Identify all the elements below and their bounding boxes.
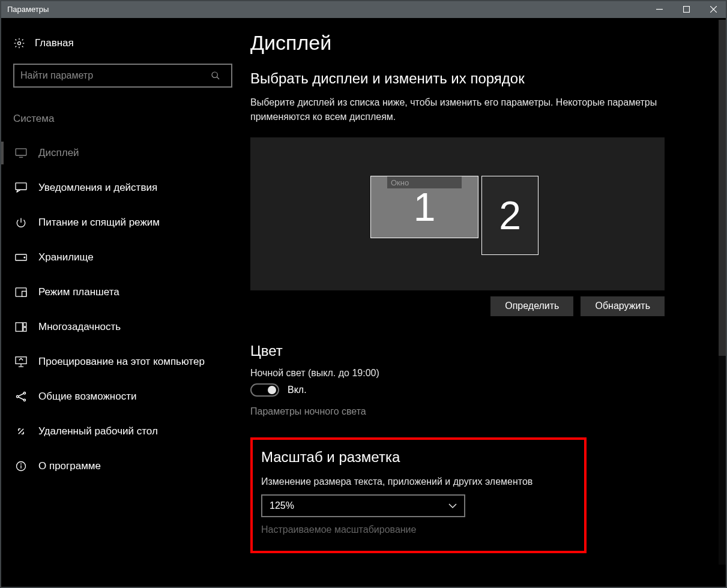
sidebar-item-label: Питание и спящий режим [38, 217, 160, 229]
scrollbar[interactable] [719, 20, 726, 565]
monitor-icon [14, 148, 28, 158]
scrollbar-thumb[interactable] [719, 20, 726, 356]
svg-line-22 [19, 397, 23, 400]
sidebar-item-share[interactable]: Общие возможности [13, 379, 232, 414]
scale-highlight: Масштаб и разметка Изменение размера тек… [250, 437, 587, 553]
nightlight-toggle[interactable] [250, 383, 279, 397]
svg-rect-16 [23, 328, 26, 331]
search-field[interactable] [20, 70, 211, 81]
sidebar-item-label: Режим планшета [38, 286, 119, 298]
scale-value: 125% [270, 500, 294, 511]
home-link[interactable]: Главная [13, 31, 232, 55]
chevron-down-icon [448, 503, 457, 509]
sidebar-item-label: О программе [38, 460, 101, 472]
svg-point-11 [24, 257, 25, 258]
gear-icon [13, 37, 25, 49]
page-title: Дисплей [250, 31, 702, 55]
search-icon [211, 71, 225, 80]
svg-point-18 [17, 395, 19, 397]
svg-rect-13 [22, 291, 26, 296]
nightlight-label: Ночной свет (выкл. до 19:00) [250, 368, 702, 379]
home-label: Главная [35, 37, 74, 49]
close-button[interactable] [700, 0, 727, 18]
select-displays-heading: Выбрать дисплеи и изменить их порядок [250, 70, 702, 87]
sidebar-item-project[interactable]: Проецирование на этот компьютер [13, 344, 232, 379]
sidebar-item-about[interactable]: О программе [13, 449, 232, 484]
nightlight-settings-link[interactable]: Параметры ночного света [250, 406, 702, 417]
display-1[interactable]: Окно 1 [370, 176, 478, 238]
custom-scaling-link[interactable]: Настраиваемое масштабирование [261, 524, 573, 535]
svg-rect-15 [23, 323, 26, 326]
maximize-button[interactable] [673, 0, 700, 18]
sidebar: Главная Система Дисплей Уведомления и де… [1, 18, 244, 587]
svg-point-25 [21, 464, 22, 464]
svg-rect-7 [16, 149, 26, 155]
search-input[interactable] [13, 64, 232, 88]
category-label: Система [13, 113, 232, 125]
detect-button[interactable]: Обнаружить [581, 296, 665, 316]
svg-point-5 [212, 72, 217, 77]
title-bar: Параметры [0, 0, 727, 18]
info-icon [14, 461, 28, 472]
power-icon [14, 217, 28, 228]
svg-point-19 [23, 392, 25, 394]
toggle-state-label: Вкл. [288, 385, 307, 395]
display-arrangement[interactable]: Окно 1 2 [250, 137, 665, 290]
window-title: Параметры [7, 5, 49, 14]
display-2[interactable]: 2 [481, 176, 538, 255]
sidebar-item-storage[interactable]: Хранилище [13, 240, 232, 275]
sidebar-item-tablet[interactable]: Режим планшета [13, 275, 232, 310]
display-1-number: 1 [414, 184, 436, 230]
project-icon [14, 356, 28, 367]
scale-heading: Масштаб и разметка [261, 449, 573, 466]
svg-line-21 [19, 394, 23, 396]
remote-icon [14, 425, 28, 437]
svg-point-4 [18, 42, 21, 45]
sidebar-item-remote[interactable]: Удаленный рабочий стол [13, 414, 232, 449]
display-1-window-tag: Окно [387, 176, 462, 188]
display-2-number: 2 [499, 193, 521, 238]
tablet-icon [14, 287, 28, 297]
svg-rect-1 [684, 6, 690, 12]
minimize-button[interactable] [646, 0, 673, 18]
notification-icon [14, 182, 28, 193]
svg-line-6 [217, 77, 219, 79]
sidebar-item-display[interactable]: Дисплей [13, 136, 232, 170]
sidebar-item-label: Дисплей [38, 147, 79, 159]
share-icon [14, 391, 28, 403]
sidebar-item-label: Удаленный рабочий стол [38, 425, 158, 437]
sidebar-item-label: Общие возможности [38, 391, 136, 403]
scale-desc: Изменение размера текста, приложений и д… [261, 476, 573, 487]
svg-point-20 [23, 399, 25, 401]
sidebar-item-label: Многозадачность [38, 321, 121, 333]
svg-rect-9 [16, 183, 26, 190]
sidebar-item-label: Хранилище [38, 251, 94, 263]
sidebar-item-power[interactable]: Питание и спящий режим [13, 205, 232, 240]
drive-icon [14, 254, 28, 261]
select-displays-desc: Выберите дисплей из списка ниже, чтобы и… [250, 95, 671, 124]
sidebar-item-label: Уведомления и действия [38, 182, 157, 194]
sidebar-item-notifications[interactable]: Уведомления и действия [13, 170, 232, 205]
multitask-icon [14, 322, 28, 332]
svg-rect-14 [16, 323, 22, 331]
color-heading: Цвет [250, 343, 702, 359]
sidebar-item-label: Проецирование на этот компьютер [38, 356, 205, 368]
sidebar-item-multitask[interactable]: Многозадачность [13, 310, 232, 344]
main-content: Дисплей Выбрать дисплеи и изменить их по… [244, 18, 726, 587]
scale-dropdown[interactable]: 125% [261, 494, 465, 517]
identify-button[interactable]: Определить [490, 296, 573, 316]
